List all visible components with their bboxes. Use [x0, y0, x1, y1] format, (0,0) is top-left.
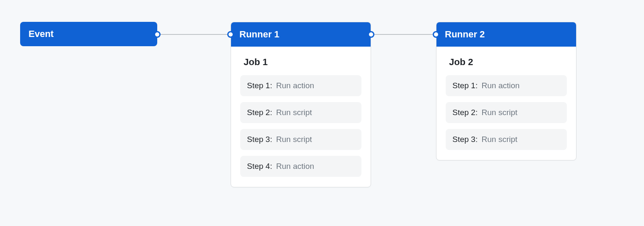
job-1-title: Job 1 — [240, 57, 361, 68]
port-icon — [227, 31, 234, 38]
port-icon — [368, 31, 374, 38]
step-label: Step 3: — [452, 135, 478, 144]
step-action: Run script — [482, 108, 518, 117]
runner-node-1: Runner 1 Job 1 Step 1: Run action Step 2… — [231, 22, 371, 187]
step-label: Step 2: — [452, 108, 478, 117]
step-item: Step 3: Run script — [240, 129, 361, 150]
step-label: Step 3: — [247, 135, 272, 144]
port-icon — [433, 31, 439, 38]
step-label: Step 4: — [247, 162, 272, 171]
step-action: Run script — [276, 135, 312, 144]
step-action: Run action — [482, 81, 520, 90]
step-item: Step 1: Run action — [446, 75, 567, 96]
runner-1-body: Job 1 Step 1: Run action Step 2: Run scr… — [231, 47, 371, 187]
step-item: Step 2: Run script — [446, 102, 567, 123]
step-item: Step 2: Run script — [240, 102, 361, 123]
workflow-diagram: Event Runner 1 Job 1 Step 1: Run action … — [0, 0, 644, 226]
runner-2-title: Runner 2 — [445, 29, 485, 39]
step-item: Step 4: Run action — [240, 156, 361, 177]
event-node: Event — [20, 22, 157, 46]
event-label: Event — [29, 29, 54, 39]
step-label: Step 2: — [247, 108, 272, 117]
step-item: Step 1: Run action — [240, 75, 361, 96]
connector-event-to-runner1 — [154, 34, 234, 35]
runner-2-body: Job 2 Step 1: Run action Step 2: Run scr… — [436, 47, 576, 160]
step-action: Run script — [482, 135, 518, 144]
runner-2-header: Runner 2 — [436, 22, 576, 47]
job-2-step-list: Step 1: Run action Step 2: Run script St… — [446, 75, 567, 150]
runner-1-header: Runner 1 — [231, 22, 371, 47]
step-item: Step 3: Run script — [446, 129, 567, 150]
runner-1-title: Runner 1 — [239, 29, 279, 39]
step-action: Run action — [276, 162, 314, 171]
port-icon — [154, 31, 161, 38]
job-1-step-list: Step 1: Run action Step 2: Run script St… — [240, 75, 361, 177]
runner-node-2: Runner 2 Job 2 Step 1: Run action Step 2… — [436, 22, 576, 160]
step-label: Step 1: — [247, 81, 272, 90]
job-2-title: Job 2 — [446, 57, 567, 68]
step-action: Run action — [276, 81, 314, 90]
connector-runner1-to-runner2 — [368, 34, 439, 35]
step-label: Step 1: — [452, 81, 478, 90]
step-action: Run script — [276, 108, 312, 117]
